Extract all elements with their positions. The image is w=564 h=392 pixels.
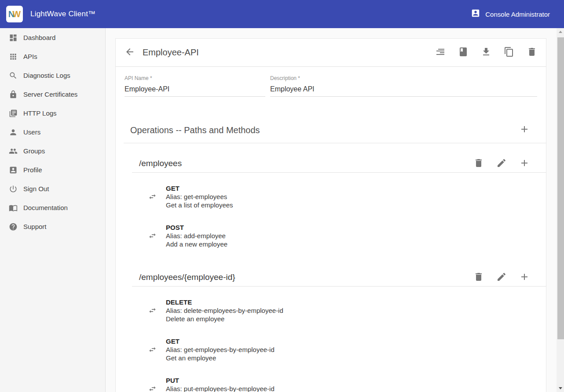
path-section-header: /employees bbox=[139, 157, 530, 170]
sidebar-item-label: Groups bbox=[23, 147, 45, 155]
chevron-up-icon bbox=[559, 31, 562, 33]
download-button[interactable] bbox=[481, 47, 491, 58]
sidebar-item-dashboard[interactable]: Dashboard bbox=[0, 28, 105, 47]
path-title: /employees bbox=[139, 157, 461, 170]
delete-api-button[interactable] bbox=[527, 47, 537, 58]
operation-method: GET bbox=[166, 184, 233, 192]
sidebar-item-apis[interactable]: APIs bbox=[0, 47, 105, 66]
operation-method: GET bbox=[166, 337, 275, 345]
scrollbar-thumb[interactable] bbox=[557, 37, 564, 339]
edit-icon bbox=[496, 158, 507, 170]
scroll-down-button[interactable] bbox=[557, 385, 564, 392]
sidebar-item-diagnostic-logs[interactable]: Diagnostic Logs bbox=[0, 66, 105, 85]
operation-row[interactable]: GET Alias: get-employees Get a list of e… bbox=[148, 184, 546, 209]
user-menu[interactable]: Console Administrator bbox=[471, 8, 550, 20]
sidebar-item-http-logs[interactable]: HTTP Logs bbox=[0, 104, 105, 123]
user-label: Console Administrator bbox=[485, 11, 550, 18]
api-detail-header: Employee-API bbox=[116, 39, 546, 67]
sidebar-item-profile[interactable]: Profile bbox=[0, 160, 105, 179]
operation-alias: Alias: get-employees-by-employee-id bbox=[166, 345, 275, 354]
search-icon bbox=[9, 71, 18, 80]
dashboard-icon bbox=[9, 33, 18, 42]
description-value[interactable]: Employee API bbox=[270, 85, 537, 97]
delete-path-button[interactable] bbox=[473, 158, 484, 170]
top-app-bar: N W LightWave Client™ Console Administra… bbox=[0, 0, 564, 28]
sidebar-item-sign-out[interactable]: Sign Out bbox=[0, 179, 105, 198]
operation-info: DELETE Alias: delete-employees-by-employ… bbox=[166, 298, 283, 323]
sidebar-item-label: Profile bbox=[23, 166, 42, 174]
main-content: Employee-API bbox=[106, 28, 564, 392]
vertical-scrollbar[interactable] bbox=[557, 28, 564, 392]
operation-row[interactable]: PUT Alias: put-employees-by-employee-id … bbox=[148, 376, 546, 392]
scroll-up-button[interactable] bbox=[557, 28, 564, 36]
operations-header: Operations -- Paths and Methods bbox=[130, 124, 530, 136]
edit-path-button[interactable] bbox=[496, 158, 507, 170]
delete-icon bbox=[473, 158, 484, 170]
operation-info: GET Alias: get-employees-by-employee-id … bbox=[166, 337, 275, 362]
sidebar-item-support[interactable]: Support bbox=[0, 217, 105, 236]
sidebar-item-label: APIs bbox=[23, 53, 37, 60]
copy-button[interactable] bbox=[504, 47, 514, 58]
sidebar-item-label: Support bbox=[23, 223, 47, 230]
api-name-label: API Name * bbox=[125, 76, 265, 81]
docs-button[interactable] bbox=[458, 47, 469, 58]
description-label: Description * bbox=[270, 76, 537, 81]
divider bbox=[124, 143, 546, 143]
sidebar-item-users[interactable]: Users bbox=[0, 123, 105, 142]
logo-letter-w: W bbox=[12, 10, 21, 18]
sidebar-nav: Dashboard APIs Diagnostic Logs Server Ce… bbox=[0, 28, 106, 392]
divider bbox=[132, 286, 546, 287]
app-logo: N W bbox=[6, 6, 23, 22]
add-path-button[interactable] bbox=[519, 124, 530, 136]
operations-title: Operations -- Paths and Methods bbox=[130, 124, 519, 136]
operation-info: POST Alias: add-employee Add a new emplo… bbox=[166, 223, 227, 248]
delete-icon bbox=[473, 272, 484, 283]
add-operation-button[interactable] bbox=[519, 158, 530, 170]
delete-icon bbox=[527, 47, 537, 58]
api-name-value[interactable]: Employee-API bbox=[125, 85, 265, 97]
sidebar-item-server-certificates[interactable]: Server Certificates bbox=[0, 85, 105, 104]
operation-description: Get an employee bbox=[166, 354, 275, 362]
operation-alias: Alias: put-employees-by-employee-id bbox=[166, 385, 275, 392]
path-title: /employees/{employee-id} bbox=[139, 271, 461, 283]
app-title: LightWave Client™ bbox=[30, 10, 95, 18]
add-operation-button[interactable] bbox=[519, 272, 530, 283]
path-section-header: /employees/{employee-id} bbox=[139, 271, 530, 283]
operation-row[interactable]: DELETE Alias: delete-employees-by-employ… bbox=[148, 298, 546, 323]
back-button[interactable] bbox=[125, 47, 135, 58]
people-icon bbox=[9, 147, 18, 156]
operation-info: PUT Alias: put-employees-by-employee-id … bbox=[166, 376, 275, 392]
divider bbox=[132, 172, 546, 173]
api-name-field[interactable]: API Name * Employee-API bbox=[125, 76, 265, 97]
format-align-right-icon bbox=[435, 47, 446, 58]
help-circle-icon bbox=[9, 222, 18, 231]
operation-row[interactable]: POST Alias: add-employee Add a new emplo… bbox=[148, 223, 546, 248]
sidebar-item-label: Diagnostic Logs bbox=[23, 72, 70, 79]
person-icon bbox=[9, 128, 18, 137]
sidebar-item-groups[interactable]: Groups bbox=[0, 142, 105, 160]
delete-path-button[interactable] bbox=[473, 272, 484, 283]
lock-icon bbox=[9, 90, 18, 99]
sidebar-item-documentation[interactable]: Documentation bbox=[0, 198, 105, 217]
operation-row[interactable]: GET Alias: get-employees-by-employee-id … bbox=[148, 337, 546, 362]
chevron-down-icon bbox=[559, 387, 562, 389]
account-box-icon bbox=[471, 8, 480, 20]
api-toolbar bbox=[423, 47, 537, 58]
sidebar-item-label: Documentation bbox=[23, 204, 68, 211]
operation-method: PUT bbox=[166, 376, 275, 385]
add-icon bbox=[519, 272, 530, 283]
operation-alias: Alias: get-employees bbox=[166, 192, 233, 201]
description-field[interactable]: Description * Employee API bbox=[270, 76, 537, 97]
edit-path-button[interactable] bbox=[496, 272, 507, 283]
book-icon bbox=[458, 47, 469, 58]
operation-alias: Alias: add-employee bbox=[166, 232, 227, 240]
apps-grid-icon bbox=[9, 52, 18, 61]
download-icon bbox=[481, 47, 491, 58]
swap-arrows-icon bbox=[148, 345, 157, 354]
view-spec-button[interactable] bbox=[435, 47, 446, 58]
add-icon bbox=[519, 124, 530, 136]
swap-arrows-icon bbox=[148, 232, 157, 240]
copy-icon bbox=[504, 47, 514, 58]
arrow-back-icon bbox=[125, 47, 135, 58]
operation-description: Get a list of employees bbox=[166, 201, 233, 209]
